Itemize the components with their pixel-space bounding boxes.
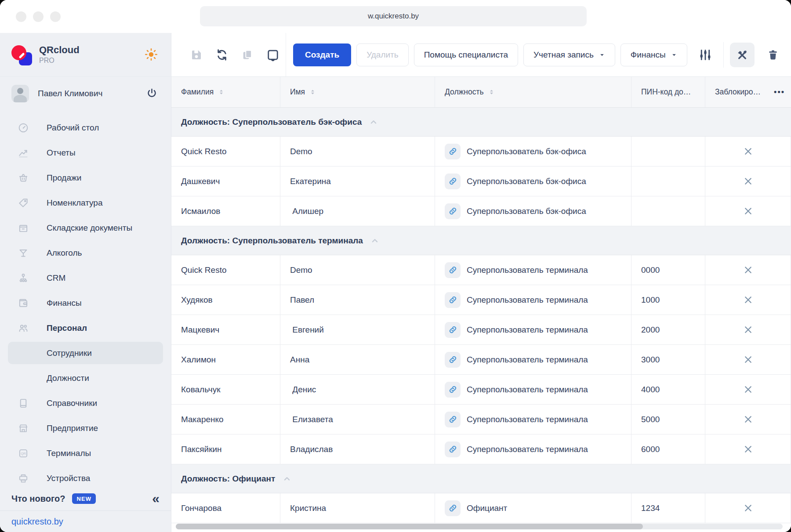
sidebar-item-label: Сотрудники	[47, 348, 92, 358]
table-row[interactable]: Паксяйкин Владислав Суперпользователь те…	[171, 434, 791, 464]
finances-dropdown[interactable]: Финансы	[620, 43, 687, 66]
close-icon[interactable]	[743, 146, 753, 156]
sidebar-item-enterprise[interactable]: Предприятие	[0, 416, 171, 441]
role-link-chip[interactable]	[445, 412, 461, 427]
role-link-chip[interactable]	[445, 174, 461, 189]
tools-button[interactable]	[730, 43, 755, 67]
table-row[interactable]: Дашкевич Екатерина Суперпользователь бэк…	[171, 166, 791, 196]
close-icon[interactable]	[743, 325, 753, 335]
close-icon[interactable]	[743, 176, 753, 186]
trash-button[interactable]	[761, 43, 785, 67]
whats-new-row[interactable]: Что нового? NEW «	[0, 487, 171, 510]
role-cell: Суперпользователь терминала	[435, 285, 631, 315]
table-row[interactable]: Quick Resto Demo Суперпользователь бэк-о…	[171, 137, 791, 166]
create-button[interactable]: Создать	[293, 43, 351, 66]
column-label: Заблокиро…	[715, 87, 761, 97]
collapse-sidebar-icon[interactable]: «	[152, 493, 160, 504]
role-link-chip[interactable]	[445, 203, 461, 219]
site-link[interactable]: quickresto.by	[0, 511, 171, 532]
sort-icon[interactable]	[488, 89, 495, 95]
sidebar-item-warehouse-docs[interactable]: Складские документы	[0, 215, 171, 240]
column-header-name[interactable]: Имя	[280, 77, 435, 107]
blocked-cell	[705, 315, 791, 344]
table-row[interactable]: Мацкевич Евгений Суперпользователь терми…	[171, 315, 791, 345]
role-link-chip[interactable]	[445, 322, 461, 338]
sidebar-item-personnel[interactable]: Персонал	[0, 315, 171, 340]
group-header[interactable]: Должность: Суперпользователь терминала	[171, 226, 791, 255]
sidebar-item-employees[interactable]: Сотрудники	[8, 342, 163, 364]
role-link-chip[interactable]	[445, 382, 461, 398]
copy-button[interactable]	[235, 42, 260, 68]
table-row[interactable]: Гончарова Кристина Официант 1234	[171, 493, 791, 523]
user-row[interactable]: Павел Климович	[0, 77, 171, 110]
logout-power-icon[interactable]	[146, 87, 158, 99]
scrollbar-thumb[interactable]	[176, 524, 643, 529]
account-dropdown[interactable]: Учетная запись	[523, 43, 615, 66]
close-icon[interactable]	[743, 414, 753, 424]
group-header[interactable]: Должность: Суперпользователь бэк-офиса	[171, 108, 791, 137]
delete-button[interactable]: Удалить	[356, 43, 409, 66]
specialist-help-button[interactable]: Помощь специалиста	[414, 43, 518, 66]
sidebar-item-directories[interactable]: Справочники	[0, 391, 171, 416]
role-link-chip[interactable]	[445, 352, 461, 368]
chevron-up-icon[interactable]	[370, 236, 380, 246]
group-header[interactable]: Должность: Официант	[171, 464, 791, 493]
horizontal-scrollbar[interactable]	[176, 524, 783, 529]
more-columns-button[interactable]: •••	[774, 87, 785, 97]
close-icon[interactable]	[743, 206, 753, 216]
whats-new-label: Что нового?	[11, 494, 65, 504]
close-icon[interactable]	[743, 384, 753, 394]
role-link-chip[interactable]	[445, 500, 461, 516]
display-button[interactable]	[260, 42, 286, 68]
window-close-button[interactable]	[16, 11, 26, 22]
sidebar-item-dashboard[interactable]: Рабочий стол	[0, 115, 171, 140]
role-link-chip[interactable]	[445, 442, 461, 457]
close-icon[interactable]	[743, 503, 753, 513]
role-link-chip[interactable]	[445, 262, 461, 278]
sidebar-item-alcohol[interactable]: Алкоголь	[0, 240, 171, 265]
window-zoom-button[interactable]	[50, 11, 61, 22]
sort-icon[interactable]	[218, 89, 225, 95]
table-row[interactable]: Исмаилов Алишер Суперпользователь бэк-оф…	[171, 196, 791, 226]
close-icon[interactable]	[743, 444, 753, 454]
sidebar-item-sales[interactable]: Продажи	[0, 165, 171, 190]
blocked-cell	[705, 166, 791, 196]
close-icon[interactable]	[743, 355, 753, 365]
table-row[interactable]: Ковальчук Денис Суперпользователь термин…	[171, 375, 791, 405]
chevron-up-icon[interactable]	[282, 474, 292, 484]
sidebar-item-label: Справочники	[47, 398, 97, 408]
save-button[interactable]	[184, 42, 209, 68]
sort-icon[interactable]	[309, 89, 316, 95]
window-minimize-button[interactable]	[33, 11, 44, 22]
refresh-button[interactable]	[209, 42, 235, 68]
sidebar-item-finances[interactable]: Финансы	[0, 290, 171, 315]
role-cell: Суперпользователь бэк-офиса	[435, 137, 631, 166]
address-bar[interactable]: w.quickresto.by	[200, 6, 587, 26]
close-icon[interactable]	[743, 265, 753, 275]
role-cell: Суперпользователь терминала	[435, 375, 631, 404]
sidebar-item-nomenclature[interactable]: Номенклатура	[0, 190, 171, 215]
table-row[interactable]: Халимон Анна Суперпользователь терминала…	[171, 345, 791, 375]
theme-brightness-icon[interactable]	[145, 48, 158, 61]
brand-block: QRcloud PRO	[0, 33, 171, 77]
table-row[interactable]: Quick Resto Demo Суперпользователь терми…	[171, 255, 791, 285]
sidebar-item-terminals[interactable]: QR Терминалы	[0, 441, 171, 466]
chevron-up-icon[interactable]	[369, 117, 378, 127]
column-header-role[interactable]: Должность	[435, 77, 631, 107]
role-link-chip[interactable]	[445, 144, 461, 159]
sidebar-item-crm[interactable]: CRM	[0, 265, 171, 290]
column-header-pin[interactable]: ПИН-код до…	[631, 77, 705, 107]
firstname-cell: Владислав	[280, 434, 435, 464]
surname-cell: Ковальчук	[171, 375, 280, 404]
close-icon[interactable]	[743, 295, 753, 305]
filter-settings-button[interactable]	[693, 42, 718, 68]
column-header-blocked[interactable]: Заблокиро… •••	[705, 77, 791, 107]
sidebar-item-positions[interactable]: Должности	[0, 366, 171, 391]
sidebar-nav: Рабочий стол Отчеты Продажи Номенклатура…	[0, 110, 171, 491]
table-row[interactable]: Макаренко Елизавета Суперпользователь те…	[171, 405, 791, 434]
sidebar-item-reports[interactable]: Отчеты	[0, 140, 171, 165]
surname-cell: Quick Resto	[171, 255, 280, 285]
role-link-chip[interactable]	[445, 292, 461, 308]
table-row[interactable]: Худяков Павел Суперпользователь терминал…	[171, 285, 791, 315]
column-header-surname[interactable]: Фамилия	[171, 77, 280, 107]
